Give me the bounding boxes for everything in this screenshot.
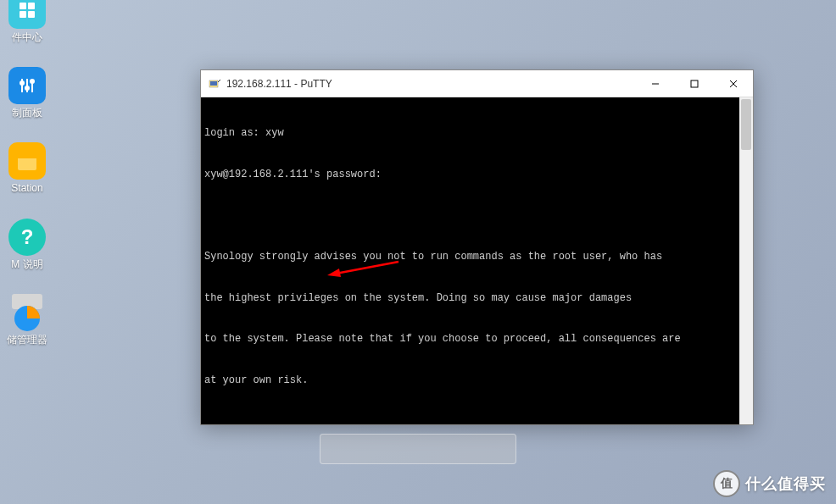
svg-line-18	[336, 262, 398, 274]
svg-point-7	[20, 81, 24, 85]
terminal-line: to the system. Please note that if you c…	[204, 332, 750, 346]
terminal[interactable]: login as: xyw xyw@192.168.2.111's passwo…	[201, 97, 753, 424]
svg-point-9	[31, 80, 34, 83]
terminal-line: at your own risk.	[204, 374, 750, 387]
watermark-badge: 值	[713, 470, 740, 497]
svg-line-13	[218, 80, 220, 82]
desktop-icon-label: 件中心	[12, 32, 42, 43]
svg-rect-3	[28, 11, 35, 18]
svg-rect-1	[28, 3, 35, 9]
putty-window: 192.168.2.111 - PuTTY login as: xyw xyw@…	[200, 69, 754, 425]
desktop-icon-label: 制面板	[12, 108, 42, 119]
desktop-icon-storage[interactable]: 储管理器	[3, 294, 51, 346]
bottom-panel	[320, 434, 516, 464]
svg-rect-12	[210, 81, 217, 86]
svg-rect-0	[20, 3, 26, 9]
watermark-text: 什么值得买	[745, 474, 826, 494]
annotation-arrow	[324, 258, 400, 279]
maximize-button[interactable]	[675, 70, 714, 97]
desktop-icon-label: M 说明	[11, 259, 42, 270]
terminal-scrollbar[interactable]	[739, 97, 753, 424]
desktop: 件中心 制面板 Station ? M 说明 储管理器	[0, 0, 836, 504]
titlebar[interactable]: 192.168.2.111 - PuTTY	[201, 70, 753, 97]
terminal-line: xyw@192.168.2.111's password:	[204, 168, 750, 181]
watermark: 值 什么值得买	[713, 470, 826, 497]
close-button[interactable]	[714, 70, 753, 97]
terminal-line: Synology strongly advises you not to run…	[204, 250, 750, 263]
scrollbar-thumb[interactable]	[741, 99, 751, 150]
desktop-icon-label: Station	[11, 183, 42, 194]
desktop-icon-label: 储管理器	[7, 335, 47, 346]
desktop-icon-controlpanel[interactable]: 制面板	[3, 67, 51, 119]
putty-icon	[208, 77, 221, 91]
terminal-line: login as: xyw	[204, 126, 750, 140]
desktop-icon-appcenter[interactable]: 件中心	[3, 0, 51, 43]
desktop-icon-help[interactable]: ? M 说明	[3, 219, 51, 270]
svg-rect-15	[691, 80, 698, 87]
desktop-icon-station[interactable]: Station	[3, 142, 51, 194]
svg-point-8	[25, 86, 29, 90]
minimize-button[interactable]	[636, 70, 675, 97]
window-title: 192.168.2.111 - PuTTY	[226, 78, 332, 90]
terminal-line: the highest privileges on the system. Do…	[204, 291, 750, 305]
svg-marker-19	[327, 269, 341, 277]
svg-rect-2	[20, 11, 26, 18]
